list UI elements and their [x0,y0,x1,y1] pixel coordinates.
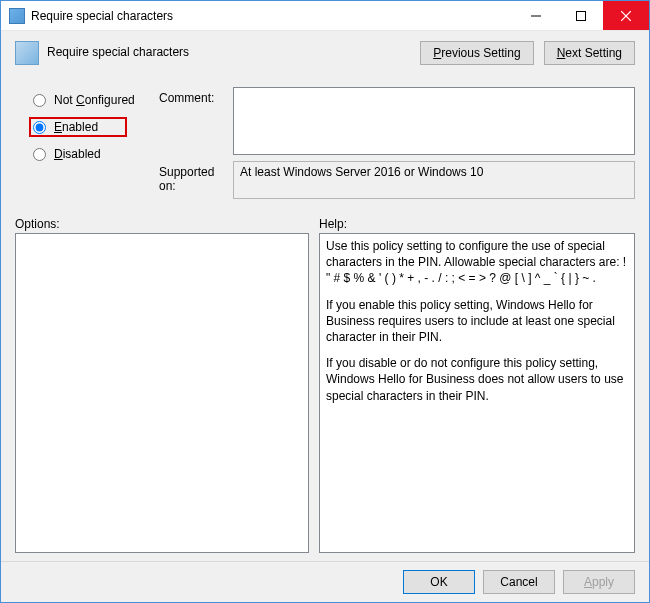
minimize-button[interactable] [513,1,558,30]
radio-disabled-input[interactable] [33,148,46,161]
cancel-button[interactable]: Cancel [483,570,555,594]
window-title: Require special characters [31,9,513,23]
titlebar: Require special characters [1,1,649,31]
dialog-footer: OK Cancel Apply [1,561,649,602]
options-label: Options: [15,217,319,231]
supported-on-label: Supported on: [159,161,229,193]
state-radio-group: Not Configured Enabled Disabled [15,87,155,163]
close-button[interactable] [603,1,649,30]
window-controls [513,1,649,30]
options-pane[interactable] [15,233,309,553]
help-paragraph: If you enable this policy setting, Windo… [326,297,628,346]
policy-title: Require special characters [47,45,189,59]
help-label: Help: [319,217,347,231]
help-paragraph: Use this policy setting to configure the… [326,238,628,287]
radio-not-configured[interactable]: Not Configured [33,91,155,109]
radio-enabled-input[interactable] [33,121,46,134]
help-pane[interactable]: Use this policy setting to configure the… [319,233,635,553]
supported-on-value: At least Windows Server 2016 or Windows … [233,161,635,199]
content-area: Require special characters Previous Sett… [1,31,649,602]
policy-editor-window: Require special characters Require speci… [0,0,650,603]
ok-button[interactable]: OK [403,570,475,594]
policy-app-icon [9,8,25,24]
help-paragraph: If you disable or do not configure this … [326,355,628,404]
previous-setting-button[interactable]: Previous Setting [420,41,533,65]
apply-button[interactable]: Apply [563,570,635,594]
next-setting-button[interactable]: Next Setting [544,41,635,65]
svg-rect-1 [576,11,585,20]
policy-icon [15,41,39,65]
radio-enabled[interactable]: Enabled [29,117,127,137]
radio-not-configured-input[interactable] [33,94,46,107]
maximize-button[interactable] [558,1,603,30]
comment-textarea[interactable] [233,87,635,155]
comment-label: Comment: [159,87,229,105]
radio-disabled[interactable]: Disabled [33,145,155,163]
